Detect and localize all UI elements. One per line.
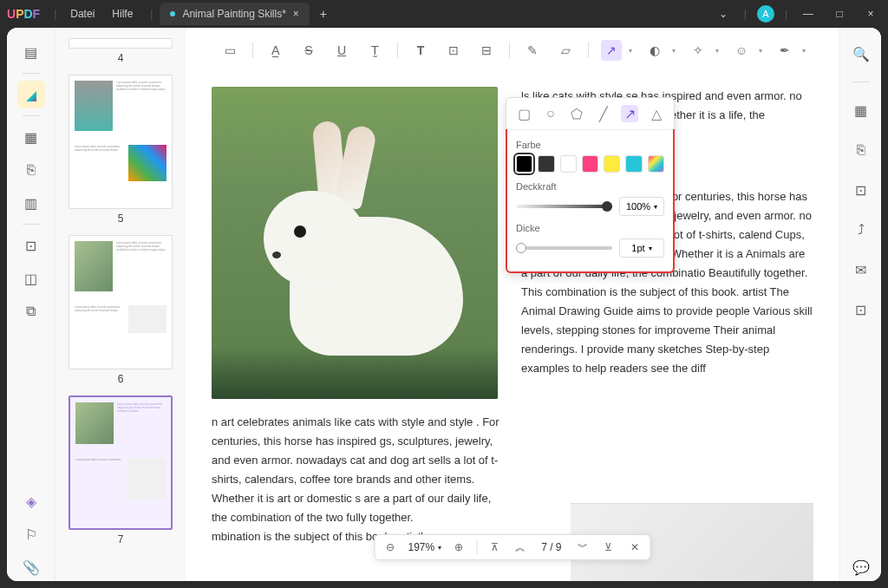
signature-tool-icon[interactable]: ✒ [774,40,795,61]
share-icon[interactable]: ⤴ [847,216,875,244]
protect-tool-icon[interactable]: ⊡ [17,232,45,259]
shape-pentagon-icon[interactable]: ⬠ [568,105,585,122]
search-icon[interactable]: 🔍 [847,40,875,68]
zoom-out-button[interactable]: ⊖ [382,539,399,556]
crop-tool-icon[interactable]: ◫ [17,265,45,292]
color-swatch[interactable] [560,155,577,173]
chat-icon[interactable]: 💬 [847,553,875,581]
opacity-value[interactable]: 100%▾ [619,197,664,216]
underline-tool-icon[interactable]: U [331,40,352,61]
tab-indicator-icon [170,11,175,16]
menu-file[interactable]: Datei [70,8,95,20]
stamp-tool-icon[interactable]: ◐ [644,40,665,61]
thumb-page-6[interactable]: Lorem ipsum dolor sit amet consectetur a… [69,235,173,369]
thumb-page-5[interactable]: Lorem ipsum dolor sit amet consectetur a… [69,75,173,209]
sticker-tool-icon[interactable]: ✧ [688,40,708,61]
layers-icon[interactable]: ◈ [17,487,45,515]
divider [23,73,40,74]
window-close-button[interactable]: × [860,3,881,24]
divider [23,115,40,116]
divider [476,540,477,554]
compress-icon[interactable]: ⊡ [847,176,875,204]
callout-tool-icon[interactable]: ⊟ [476,40,497,61]
thumb-page-7[interactable]: Lorem ipsum dolor sit amet consectetur a… [69,395,173,530]
shape-line-icon[interactable]: ╱ [595,105,612,122]
divider [23,224,40,225]
zoom-level[interactable]: 197%▾ [408,541,441,553]
edit-tool-icon[interactable]: ▦ [17,123,45,151]
thickness-value[interactable]: 1pt▾ [619,238,664,258]
next-page-button[interactable]: ︾ [574,539,591,556]
tab-close-icon[interactable]: × [293,8,299,20]
page-indicator[interactable]: 7 / 9 [538,541,565,553]
thickness-slider[interactable] [516,242,612,254]
convert-icon[interactable]: ⎘ [847,136,875,164]
dropdown-caret-icon[interactable]: ▾ [759,47,762,55]
page-tool-icon[interactable]: ⎘ [17,156,45,184]
strikethrough-tool-icon[interactable]: S [298,40,319,61]
first-page-button[interactable]: ⊼ [486,539,503,556]
user-avatar[interactable]: A [757,5,774,23]
menu-help[interactable]: Hilfe [112,8,133,20]
close-pager-button[interactable]: ✕ [626,539,643,556]
dropdown-caret-icon[interactable]: ▾ [715,47,719,55]
document-image [212,87,498,399]
eraser-tool-icon[interactable]: ▱ [555,40,576,61]
form-tool-icon[interactable]: ▥ [17,189,45,217]
ocr-icon[interactable]: ▦ [847,96,875,124]
window-minimize-button[interactable]: — [798,3,819,24]
chevron-down-icon[interactable]: ⌄ [713,3,734,24]
attach-tool-icon[interactable]: ☺ [731,40,752,61]
attachment-icon[interactable]: 📎 [17,553,45,581]
thumbnail-panel: 4 Lorem ipsum dolor sit amet consectetur… [56,28,186,581]
divider [252,42,253,58]
document-tab[interactable]: Animal Painting Skills* × [160,3,309,25]
thumb-label: 7 [62,533,179,546]
highlight-tool-icon[interactable]: A̲ [265,40,286,61]
thumb-label: 4 [62,52,179,64]
email-icon[interactable]: ✉ [847,256,875,284]
bookmark-icon[interactable]: ⚐ [17,520,45,548]
thumb-label: 5 [62,212,179,225]
divider: | [150,8,153,20]
shape-triangle-icon[interactable]: △ [648,105,665,122]
color-swatch[interactable] [625,155,642,173]
tab-add-button[interactable]: + [320,7,327,21]
dropdown-caret-icon[interactable]: ▾ [672,47,676,55]
shape-arrow-icon[interactable]: ↗ [621,105,638,122]
document-view: ▭ A̲ S U T̰ T ⊡ ⊟ ✎ ▱ ↗ ▾ ◐ ▾ ✧ ▾ ☺ ▾ ✒ … [186,28,839,581]
last-page-button[interactable]: ⊻ [600,539,617,556]
color-swatch[interactable] [582,155,598,173]
thumb-page-4[interactable] [69,38,173,49]
redact-tool-icon[interactable]: ⧉ [17,297,45,325]
color-swatch[interactable] [648,155,664,173]
opacity-slider[interactable] [516,200,612,212]
opacity-label: Deckkraft [516,181,664,192]
note-tool-icon[interactable]: ▭ [219,40,240,61]
textbox-tool-icon[interactable]: ⊡ [443,40,464,61]
shape-tool-icon[interactable]: ↗ [601,40,622,61]
zoom-in-button[interactable]: ⊕ [450,539,467,556]
color-swatch[interactable] [604,155,620,173]
thumb-label: 6 [62,373,179,385]
squiggly-tool-icon[interactable]: T̰ [364,40,385,61]
prev-page-button[interactable]: ︽ [512,539,529,556]
shape-properties-popup: ▢ ○ ⬠ ╱ ↗ △ Farbe Deckkraft [506,97,675,273]
window-maximize-button[interactable]: □ [829,3,850,24]
shape-circle-icon[interactable]: ○ [542,105,559,122]
text-tool-icon[interactable]: T [410,40,431,61]
dropdown-caret-icon[interactable]: ▾ [629,47,632,55]
color-swatch[interactable] [538,155,554,173]
comment-tool-icon[interactable]: ◢ [17,81,45,108]
dropdown-caret-icon[interactable]: ▾ [802,47,806,55]
color-swatch[interactable] [516,155,532,173]
document-text: n art celebrates animals like cats with … [212,413,504,546]
app-logo: UPDF [7,7,40,21]
pencil-tool-icon[interactable]: ✎ [522,40,543,61]
tab-title: Animal Painting Skills* [182,8,285,20]
left-toolbar: ▤ ◢ ▦ ⎘ ▥ ⊡ ◫ ⧉ ◈ ⚐ 📎 [7,28,56,581]
print-icon[interactable]: ⊡ [847,296,875,323]
reader-mode-icon[interactable]: ▤ [17,38,45,66]
shape-square-icon[interactable]: ▢ [515,105,532,122]
divider: | [744,8,747,20]
